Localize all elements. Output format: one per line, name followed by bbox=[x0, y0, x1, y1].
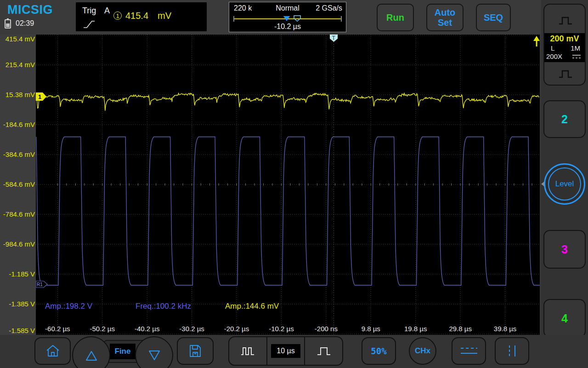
trigger-delay: -10.2 µs bbox=[229, 23, 346, 31]
time-tick-label: -10.2 µs bbox=[260, 325, 302, 334]
run-stop-button[interactable]: Run bbox=[377, 4, 414, 31]
measurement-readout: Amp.:144.6 mV bbox=[225, 302, 279, 312]
horizontal-cursor-icon bbox=[459, 345, 479, 356]
measurement-readout: Amp.:198.2 V bbox=[45, 302, 92, 312]
channel2-button[interactable]: 2 bbox=[543, 100, 586, 138]
level-knob[interactable]: Level bbox=[544, 163, 585, 205]
svg-text:T: T bbox=[332, 35, 336, 41]
time-tick-label: -30.2 µs bbox=[171, 325, 213, 334]
ref1-position-marker[interactable]: R1 bbox=[36, 281, 47, 288]
channel1-scale: 200 mV bbox=[544, 34, 585, 44]
time-tick-label: 9.8 µs bbox=[350, 325, 391, 334]
level-knob-label: Level bbox=[548, 167, 581, 201]
zoom-in-button[interactable] bbox=[304, 337, 342, 365]
voltage-tick-label: 415.4 mV bbox=[0, 35, 35, 43]
save-button[interactable] bbox=[177, 337, 214, 365]
trigger-source-icon: 1 bbox=[113, 12, 122, 20]
triangle-up-icon bbox=[85, 350, 98, 362]
bottom-toolbar: Fine 10 µs bbox=[0, 335, 588, 368]
oscilloscope-screen: MICSIG 02:39 Trig A 1 415.4 mV 220 k Nor… bbox=[0, 0, 588, 368]
voltage-tick-label: -1.585 V bbox=[0, 327, 35, 335]
channel4-button[interactable]: 4 bbox=[543, 299, 586, 338]
fine-mode-label[interactable]: Fine bbox=[110, 344, 136, 359]
svg-text:R1: R1 bbox=[37, 282, 43, 287]
voltage-tick-label: -584.6 mV bbox=[0, 180, 35, 189]
sequence-button[interactable]: SEQ bbox=[476, 4, 511, 31]
voltage-tick-label: -1.185 V bbox=[0, 270, 35, 278]
time-tick-label: -50.2 µs bbox=[82, 325, 123, 334]
channel3-button[interactable]: 3 bbox=[543, 230, 586, 269]
vertical-cursor-icon bbox=[503, 344, 521, 358]
waveform-display[interactable]: 1R1T -60.2 µs-50.2 µs-40.2 µs-30.2 µs-20… bbox=[36, 34, 540, 335]
acquisition-status-box[interactable]: 220 k Normal 2 GSa/s -10.2 µs bbox=[229, 2, 346, 32]
autoset-button[interactable]: Auto Set bbox=[426, 4, 464, 31]
voltage-tick-label: -784.6 mV bbox=[0, 210, 35, 218]
time-tick-label: -60.2 µs bbox=[37, 325, 78, 334]
channel1-info-box[interactable]: 200 mV L 1M 200X bbox=[544, 33, 585, 62]
trigger-mode: A bbox=[104, 6, 110, 16]
voltage-tick-label: -384.6 mV bbox=[0, 150, 35, 159]
zoom-out-button[interactable] bbox=[229, 337, 266, 365]
timebase-group: 10 µs bbox=[228, 336, 343, 366]
double-pulse-icon bbox=[241, 346, 254, 356]
time-tick-label: 29.8 µs bbox=[440, 325, 481, 334]
channel-select-button[interactable]: CHx bbox=[409, 337, 436, 365]
home-icon bbox=[45, 344, 60, 358]
trigger-level: 415.4 bbox=[125, 11, 148, 21]
fifty-percent-button[interactable]: 50% bbox=[362, 337, 396, 365]
trigger-level-arrow-icon bbox=[533, 36, 540, 46]
time-tick-label: -40.2 µs bbox=[126, 325, 168, 334]
channel1-coupling: L bbox=[551, 44, 554, 52]
trigger-time-marker[interactable]: T bbox=[330, 34, 338, 42]
time-tick-label: 19.8 µs bbox=[395, 325, 436, 334]
voltage-axis: 415.4 mV215.4 mV15.38 mV-184.6 mV-384.6 … bbox=[0, 34, 36, 335]
clock: 02:39 bbox=[16, 19, 34, 28]
channel1-probe-factor: 200X bbox=[546, 52, 562, 60]
time-tick-label: 39.8 µs bbox=[485, 325, 526, 334]
channel1-impedance: 1M bbox=[571, 44, 580, 52]
voltage-tick-label: 15.38 mV bbox=[0, 91, 35, 99]
waveform-canvas: 1R1T bbox=[36, 34, 540, 335]
voltage-tick-label: -984.6 mV bbox=[0, 240, 35, 248]
sample-rate: 2 GSa/s bbox=[316, 4, 342, 12]
top-bar: MICSIG 02:39 Trig A 1 415.4 mV 220 k Nor… bbox=[0, 0, 588, 34]
brand-logo: MICSIG bbox=[7, 3, 53, 17]
triangle-down-icon bbox=[147, 350, 161, 362]
battery-icon bbox=[5, 19, 11, 29]
trigger-level-unit: mV bbox=[158, 11, 171, 21]
measurement-readout: Freq.:100.2 kHz bbox=[136, 302, 191, 312]
timebase-window-indicator bbox=[229, 14, 346, 23]
dc-coupling-icon bbox=[572, 54, 581, 59]
channel1-position-marker[interactable]: 1 bbox=[36, 92, 46, 101]
time-tick-label: -20.2 µs bbox=[216, 325, 257, 334]
vertical-cursor-button[interactable] bbox=[495, 337, 529, 365]
horizontal-cursor-button[interactable] bbox=[452, 337, 486, 365]
trigger-label: Trig bbox=[82, 6, 96, 16]
trigger-status-box[interactable]: Trig A 1 415.4 mV bbox=[76, 2, 207, 31]
decrease-button[interactable] bbox=[135, 336, 173, 368]
voltage-tick-label: -1.385 V bbox=[0, 300, 35, 308]
time-tick-label: -200 ns bbox=[305, 325, 347, 334]
pulse-icon bbox=[559, 17, 572, 25]
save-icon bbox=[188, 344, 203, 358]
voltage-tick-label: -184.6 mV bbox=[0, 121, 35, 129]
rising-edge-icon bbox=[83, 20, 95, 29]
voltage-tick-label: 215.4 mV bbox=[0, 61, 35, 69]
home-button[interactable] bbox=[34, 337, 71, 365]
pulse-icon bbox=[559, 70, 572, 78]
single-pulse-icon bbox=[317, 346, 331, 356]
timebase-value[interactable]: 10 µs bbox=[266, 337, 305, 365]
trigger-position-marker bbox=[294, 16, 300, 21]
svg-text:1: 1 bbox=[38, 93, 41, 100]
